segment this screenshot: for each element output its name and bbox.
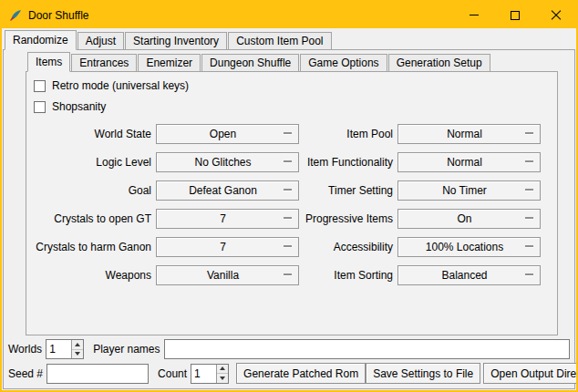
world-state-dropdown[interactable]: Open bbox=[156, 124, 299, 144]
worlds-row: Worlds Player names bbox=[8, 339, 570, 359]
weapons-value: Vanilla bbox=[207, 269, 248, 282]
spinner-down-icon[interactable] bbox=[217, 374, 228, 383]
timer-setting-label: Timer Setting bbox=[304, 181, 393, 201]
tab-custom-item-pool[interactable]: Custom Item Pool bbox=[228, 32, 331, 49]
window-title: Door Shuffle bbox=[28, 9, 89, 22]
item-functionality-dropdown[interactable]: Normal bbox=[397, 152, 541, 172]
dropdown-indicator-icon bbox=[525, 189, 533, 191]
player-names-label: Player names bbox=[93, 343, 160, 356]
item-sorting-value: Balanced bbox=[441, 269, 496, 282]
app-window: Door Shuffle Randomize Adjust Starting I… bbox=[0, 0, 578, 392]
worlds-input[interactable] bbox=[46, 340, 71, 358]
tab-generation-setup[interactable]: Generation Setup bbox=[388, 54, 490, 71]
maximize-button[interactable] bbox=[494, 2, 535, 28]
item-pool-value: Normal bbox=[447, 128, 491, 140]
shopsanity-row: Shopsanity bbox=[34, 98, 557, 116]
seed-input[interactable] bbox=[46, 364, 149, 384]
item-pool-dropdown[interactable]: Normal bbox=[397, 124, 541, 144]
save-settings-button[interactable]: Save Settings to File bbox=[366, 363, 480, 384]
progressive-items-dropdown[interactable]: On bbox=[397, 209, 541, 229]
dropdown-indicator-icon bbox=[284, 160, 292, 162]
logic-level-dropdown[interactable]: No Glitches bbox=[156, 152, 299, 172]
generate-patched-rom-button[interactable]: Generate Patched Rom bbox=[236, 363, 366, 384]
spinner-up-icon[interactable] bbox=[72, 340, 83, 350]
app-icon bbox=[8, 8, 23, 23]
seed-row: Seed # Count Generate Patched Rom Save S… bbox=[8, 363, 570, 384]
progressive-items-label: Progressive Items bbox=[304, 209, 393, 229]
maximize-icon bbox=[511, 11, 520, 20]
dropdown-indicator-icon bbox=[284, 189, 292, 191]
tab-game-options[interactable]: Game Options bbox=[300, 54, 387, 71]
spinner-up-icon[interactable] bbox=[217, 365, 228, 375]
shopsanity-label: Shopsanity bbox=[52, 100, 106, 113]
accessibility-value: 100% Locations bbox=[426, 241, 512, 253]
shopsanity-checkbox[interactable] bbox=[34, 101, 46, 113]
count-spinner-buttons bbox=[216, 365, 228, 383]
retro-mode-row: Retro mode (universal keys) bbox=[34, 77, 557, 95]
crystals-harm-ganon-dropdown[interactable]: 7 bbox=[156, 237, 299, 257]
minimize-button[interactable] bbox=[453, 2, 494, 28]
worlds-spinner bbox=[46, 339, 84, 359]
world-state-label: World State bbox=[34, 124, 151, 144]
randomize-panel: Items Entrances Enemizer Dungeon Shuffle… bbox=[3, 50, 575, 389]
goal-value: Defeat Ganon bbox=[189, 184, 266, 197]
count-label: Count bbox=[158, 367, 187, 380]
tab-randomize[interactable]: Randomize bbox=[5, 30, 77, 50]
worlds-label: Worlds bbox=[8, 343, 42, 356]
worlds-spinner-buttons bbox=[71, 340, 83, 358]
dropdown-indicator-icon bbox=[284, 273, 292, 275]
sub-tab-bar: Items Entrances Enemizer Dungeon Shuffle… bbox=[26, 52, 558, 72]
weapons-dropdown[interactable]: Vanilla bbox=[156, 265, 299, 285]
settings-form: World State Open Item Pool Normal Logic … bbox=[34, 124, 557, 285]
window-controls bbox=[453, 2, 576, 28]
spinner-down-icon[interactable] bbox=[72, 350, 83, 359]
world-state-value: Open bbox=[210, 128, 245, 140]
dropdown-indicator-icon bbox=[525, 160, 533, 162]
retro-mode-checkbox[interactable] bbox=[34, 80, 46, 92]
goal-dropdown[interactable]: Defeat Ganon bbox=[156, 181, 299, 201]
dropdown-indicator-icon bbox=[284, 245, 292, 247]
window-body: Randomize Adjust Starting Inventory Cust… bbox=[2, 28, 576, 390]
crystals-open-gt-dropdown[interactable]: 7 bbox=[156, 209, 299, 229]
dropdown-indicator-icon bbox=[525, 245, 533, 247]
tab-adjust[interactable]: Adjust bbox=[77, 32, 124, 49]
logic-level-label: Logic Level bbox=[34, 152, 151, 172]
count-spinner bbox=[191, 364, 229, 384]
tab-entrances[interactable]: Entrances bbox=[71, 54, 137, 71]
crystals-open-gt-label: Crystals to open GT bbox=[34, 209, 151, 229]
retro-mode-label: Retro mode (universal keys) bbox=[52, 79, 189, 92]
crystals-open-gt-value: 7 bbox=[220, 212, 235, 225]
dropdown-indicator-icon bbox=[525, 132, 533, 134]
minimize-icon bbox=[470, 15, 479, 15]
crystals-harm-ganon-label: Crystals to harm Ganon bbox=[34, 237, 151, 257]
accessibility-label: Accessibility bbox=[304, 237, 393, 257]
accessibility-dropdown[interactable]: 100% Locations bbox=[397, 237, 541, 257]
player-names-input[interactable] bbox=[164, 339, 571, 359]
goal-label: Goal bbox=[34, 181, 151, 201]
seed-label: Seed # bbox=[8, 367, 43, 380]
item-functionality-value: Normal bbox=[447, 156, 491, 169]
tab-dungeon-shuffle[interactable]: Dungeon Shuffle bbox=[201, 54, 299, 71]
titlebar: Door Shuffle bbox=[2, 2, 576, 28]
weapons-label: Weapons bbox=[34, 265, 151, 285]
count-input[interactable] bbox=[191, 365, 216, 383]
close-button[interactable] bbox=[535, 2, 576, 28]
logic-level-value: No Glitches bbox=[194, 156, 260, 169]
tab-items[interactable]: Items bbox=[27, 52, 70, 72]
item-pool-label: Item Pool bbox=[304, 124, 393, 144]
item-sorting-dropdown[interactable]: Balanced bbox=[397, 265, 541, 285]
timer-setting-dropdown[interactable]: No Timer bbox=[397, 181, 541, 201]
dropdown-indicator-icon bbox=[284, 132, 292, 134]
item-functionality-label: Item Functionality bbox=[304, 152, 393, 172]
crystals-harm-ganon-value: 7 bbox=[220, 241, 235, 253]
timer-setting-value: No Timer bbox=[442, 184, 496, 197]
items-panel: Retro mode (universal keys) Shopsanity W… bbox=[26, 72, 558, 335]
dropdown-indicator-icon bbox=[525, 273, 533, 275]
tab-enemizer[interactable]: Enemizer bbox=[138, 54, 201, 71]
progressive-items-value: On bbox=[457, 212, 480, 225]
close-icon bbox=[551, 10, 562, 21]
open-output-directory-button[interactable]: Open Output Directory bbox=[483, 363, 578, 384]
item-sorting-label: Item Sorting bbox=[304, 265, 393, 285]
tab-starting-inventory[interactable]: Starting Inventory bbox=[125, 32, 227, 49]
dropdown-indicator-icon bbox=[525, 217, 533, 219]
